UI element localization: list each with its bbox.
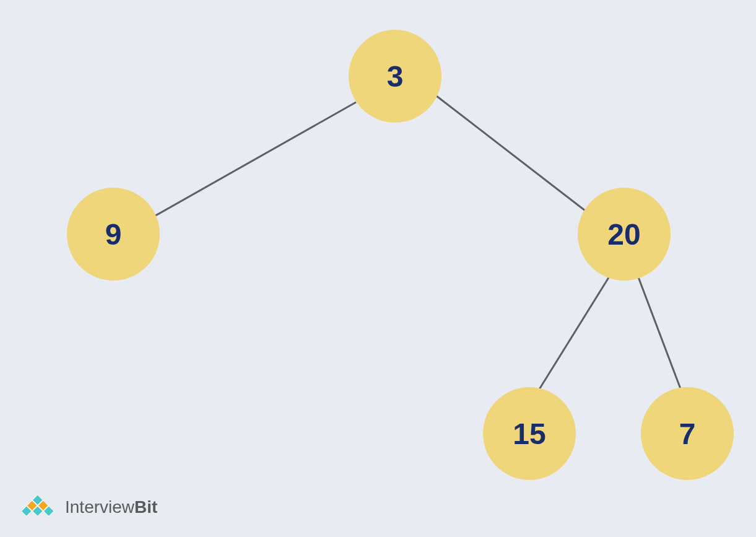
brand-part2: Bit <box>134 497 157 517</box>
node-value: 9 <box>105 217 122 251</box>
edge-right-leftchild <box>539 276 610 390</box>
tree-node-right-right: 7 <box>641 387 734 480</box>
edge-root-left <box>142 102 356 223</box>
node-value: 20 <box>607 217 640 251</box>
tree-node-root: 3 <box>349 30 441 123</box>
brand-logo: InterviewBit <box>22 495 157 520</box>
brand-part1: Interview <box>65 497 134 517</box>
brand-logo-icon <box>22 495 59 520</box>
edge-root-right <box>437 96 585 211</box>
node-value: 15 <box>513 417 545 451</box>
tree-node-right-left: 15 <box>483 387 576 480</box>
tree-node-left: 9 <box>67 188 160 281</box>
node-value: 3 <box>387 59 404 94</box>
tree-node-right: 20 <box>578 188 671 281</box>
node-value: 7 <box>679 417 696 451</box>
edge-right-rightchild <box>638 276 681 390</box>
brand-logo-text: InterviewBit <box>65 497 157 517</box>
